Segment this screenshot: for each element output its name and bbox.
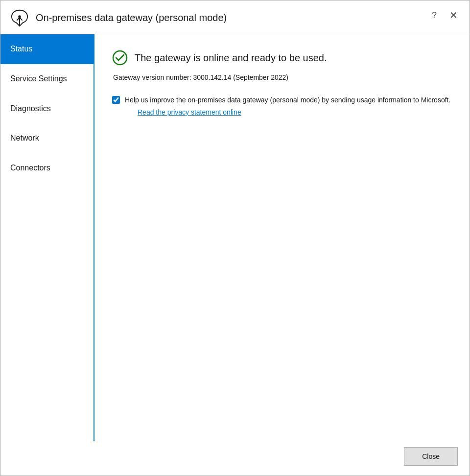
help-button[interactable]: ? bbox=[429, 10, 440, 21]
close-button[interactable]: Close bbox=[404, 447, 458, 466]
status-row: The gateway is online and ready to be us… bbox=[112, 50, 452, 66]
title-bar: On-premises data gateway (personal mode)… bbox=[0, 0, 470, 34]
sidebar-item-connectors[interactable]: Connectors bbox=[0, 153, 94, 183]
status-icon bbox=[112, 50, 128, 66]
version-label: Gateway version number: 3000.142.14 (Sep… bbox=[113, 73, 452, 81]
gateway-icon bbox=[10, 8, 29, 27]
svg-point-1 bbox=[113, 51, 127, 65]
sidebar: Status Service Settings Diagnostics Netw… bbox=[0, 34, 94, 441]
window-close-button[interactable]: ✕ bbox=[446, 9, 461, 21]
sidebar-item-status[interactable]: Status bbox=[0, 34, 94, 64]
status-message: The gateway is online and ready to be us… bbox=[135, 52, 327, 64]
svg-point-0 bbox=[18, 15, 21, 18]
sidebar-item-service-settings[interactable]: Service Settings bbox=[0, 64, 94, 94]
privacy-link[interactable]: Read the privacy statement online bbox=[138, 108, 450, 116]
main-panel: The gateway is online and ready to be us… bbox=[94, 34, 470, 441]
sidebar-item-network[interactable]: Network bbox=[0, 123, 94, 153]
telemetry-checkbox[interactable] bbox=[112, 96, 120, 104]
telemetry-checkbox-container: Help us improve the on-premises data gat… bbox=[112, 95, 452, 116]
content-area: Status Service Settings Diagnostics Netw… bbox=[0, 34, 470, 441]
checkbox-label[interactable]: Help us improve the on-premises data gat… bbox=[125, 96, 450, 104]
window-title: On-premises data gateway (personal mode) bbox=[36, 12, 460, 24]
sidebar-item-diagnostics[interactable]: Diagnostics bbox=[0, 94, 94, 124]
footer: Close bbox=[0, 441, 470, 476]
checkbox-text-group: Help us improve the on-premises data gat… bbox=[125, 95, 450, 116]
main-window: On-premises data gateway (personal mode)… bbox=[0, 0, 470, 476]
window-controls: ? ✕ bbox=[429, 9, 461, 21]
